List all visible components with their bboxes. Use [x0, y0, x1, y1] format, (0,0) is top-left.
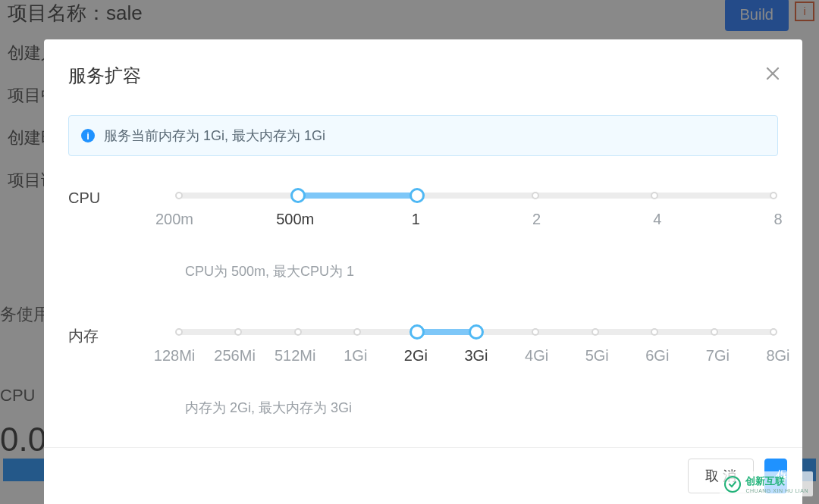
memory-scale-label: 3Gi	[464, 347, 488, 365]
memory-scale-label: 6Gi	[645, 347, 669, 365]
cpu-tick[interactable]	[651, 192, 658, 199]
memory-handle-end[interactable]	[469, 324, 484, 340]
memory-tick[interactable]	[592, 328, 599, 336]
cpu-sub-text: CPU为 500m, 最大CPU为 1	[174, 262, 778, 280]
cpu-handle-end[interactable]	[410, 188, 425, 203]
memory-label: 内存	[68, 326, 174, 346]
info-banner: i 服务当前内存为 1Gi, 最大内存为 1Gi	[68, 115, 778, 156]
memory-slider-row: 内存 128Mi256Mi512Mi1Gi2Gi3Gi4Gi5Gi6Gi7Gi8…	[68, 326, 778, 452]
memory-scale-label: 4Gi	[525, 347, 548, 365]
cpu-fill	[298, 193, 417, 199]
memory-tick[interactable]	[234, 328, 242, 336]
cpu-scale-label: 8	[774, 211, 782, 228]
memory-scale-label: 5Gi	[585, 347, 609, 365]
cpu-tick[interactable]	[770, 192, 777, 199]
watermark: 创新互联 CHUANG XIN HU LIAN	[720, 471, 813, 496]
memory-scale-label: 128Mi	[154, 347, 195, 365]
cpu-scale-label: 4	[653, 211, 661, 228]
info-icon: i	[81, 129, 95, 142]
cpu-scale-label: 200m	[155, 211, 193, 228]
cpu-slider-row: CPU 200m500m1248 CPU为 500m, 最大CPU为 1	[68, 189, 778, 315]
memory-scale-label: 512Mi	[275, 347, 315, 365]
memory-tick[interactable]	[711, 328, 718, 336]
memory-scale-label: 8Gi	[766, 347, 789, 365]
watermark-main: 创新互联	[745, 475, 785, 487]
cpu-scale-label: 2	[532, 211, 541, 228]
memory-scale-label: 256Mi	[214, 347, 255, 365]
cpu-scale-label: 500m	[276, 211, 314, 228]
info-message: 服务当前内存为 1Gi, 最大内存为 1Gi	[104, 127, 325, 145]
memory-tick[interactable]	[175, 328, 183, 336]
cpu-tick[interactable]	[532, 192, 539, 199]
modal-footer: 取 消 保	[44, 447, 802, 504]
memory-fill	[417, 329, 476, 335]
cpu-handle-start[interactable]	[290, 188, 306, 203]
memory-scale-label: 7Gi	[706, 347, 730, 365]
modal-title: 服务扩容	[68, 64, 778, 88]
watermark-icon	[724, 476, 741, 493]
memory-scale-label: 2Gi	[404, 347, 428, 365]
memory-slider[interactable]: 128Mi256Mi512Mi1Gi2Gi3Gi4Gi5Gi6Gi7Gi8Gi …	[174, 326, 778, 452]
scale-modal: 服务扩容 i 服务当前内存为 1Gi, 最大内存为 1Gi CPU 200m50…	[44, 39, 802, 504]
memory-scale-label: 1Gi	[344, 347, 367, 365]
watermark-sub: CHUANG XIN HU LIAN	[745, 488, 808, 493]
cpu-label: CPU	[68, 189, 174, 207]
memory-tick[interactable]	[294, 328, 302, 336]
memory-tick[interactable]	[651, 328, 658, 336]
memory-tick[interactable]	[532, 328, 539, 336]
cpu-scale-label: 1	[412, 211, 420, 228]
close-icon[interactable]	[766, 64, 780, 85]
cpu-slider[interactable]: 200m500m1248 CPU为 500m, 最大CPU为 1	[174, 189, 778, 315]
memory-handle-start[interactable]	[410, 324, 425, 340]
cpu-tick[interactable]	[175, 192, 183, 199]
memory-tick[interactable]	[353, 328, 361, 336]
memory-tick[interactable]	[770, 328, 777, 336]
memory-sub-text: 内存为 2Gi, 最大内存为 3Gi	[174, 399, 778, 417]
